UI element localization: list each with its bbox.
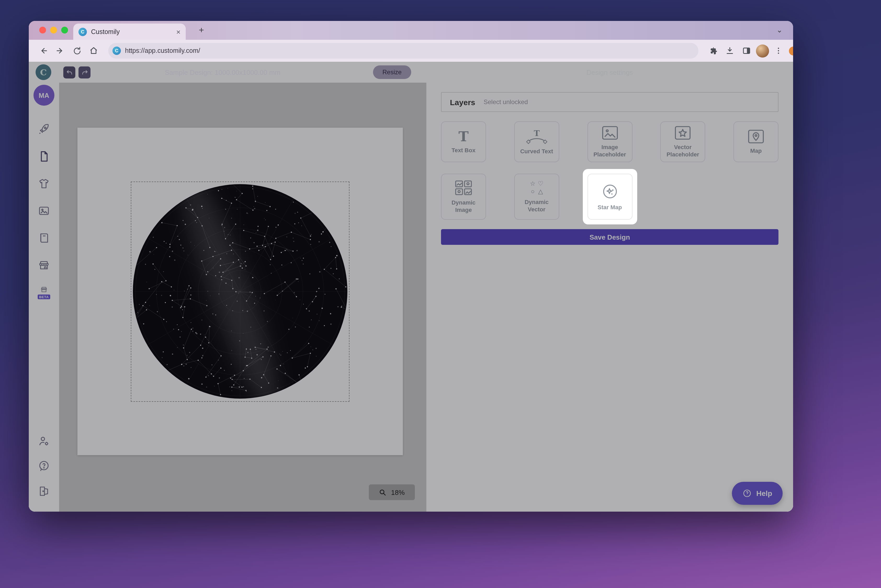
help-circle-icon [742, 489, 752, 498]
select-unlocked-hint: Select unlocked [484, 98, 528, 106]
help-button[interactable]: Help [732, 482, 783, 505]
curved-text-tool[interactable]: T Curved Text [514, 122, 559, 162]
redo-button[interactable] [78, 66, 90, 78]
magnifier-icon [379, 488, 387, 496]
launch-rocket-icon[interactable] [37, 122, 51, 136]
tool-label: Dynamic Image [444, 200, 483, 214]
layers-label: Layers [450, 98, 475, 106]
customily-app: C Sample Design: 1000.00x1000.00 mm Resi… [29, 62, 793, 512]
dynamic-vector-icon: ☆ ♡ ○ △ [529, 180, 544, 195]
dynamic-image-tool[interactable]: Dynamic Image [441, 174, 486, 220]
store-beta-icon[interactable]: BETA [37, 286, 51, 299]
zoom-level: 18% [391, 488, 405, 496]
forward-button[interactable] [53, 44, 68, 58]
tool-label: Curved Text [520, 148, 553, 155]
customily-favicon: C [78, 27, 87, 36]
reload-button[interactable] [70, 44, 84, 58]
heart-glyph: ♡ [537, 180, 544, 188]
mockups-image-icon[interactable] [37, 204, 51, 218]
circle-glyph: ○ [529, 188, 536, 195]
tool-label: Star Map [598, 204, 622, 211]
save-design-button[interactable]: Save Design [441, 229, 779, 245]
address-bar[interactable]: C https://app.customily.com/ [108, 43, 698, 58]
tool-label: Map [750, 147, 762, 154]
browser-menu-icon[interactable] [771, 44, 786, 58]
account-settings-icon[interactable] [37, 434, 51, 448]
zoom-control[interactable]: 18% [369, 484, 415, 500]
image-placeholder-icon [601, 126, 618, 140]
app-topbar: C Sample Design: 1000.00x1000.00 mm Resi… [29, 62, 793, 82]
tab-title: Customily [91, 28, 172, 35]
url-favicon: C [113, 46, 121, 55]
vector-placeholder-tool[interactable]: Vector Placeholder [660, 122, 705, 162]
sidebar-bottom [37, 434, 51, 498]
text-box-tool[interactable]: T Text Box [441, 122, 486, 162]
minimize-window-button[interactable] [50, 27, 57, 33]
app-body: MA [29, 82, 793, 512]
browser-toolbar: C https://app.customily.com/ [29, 40, 793, 62]
design-settings-panel: Layers Select unlocked T Text Box T [426, 82, 793, 512]
star-map-image[interactable] [133, 184, 347, 399]
app-sidebar: MA [29, 82, 59, 512]
map-tool[interactable]: Map [734, 122, 779, 162]
text-box-icon: T [459, 129, 469, 143]
image-placeholder-tool[interactable]: Image Placeholder [587, 122, 632, 162]
home-button[interactable] [86, 44, 101, 58]
catalog-book-icon[interactable] [37, 231, 51, 245]
desktop-background: C Customily × + ⌄ C https://app.cu [0, 0, 881, 588]
undo-button[interactable] [63, 66, 75, 78]
tool-label: Image Placeholder [590, 144, 630, 158]
artboard[interactable] [77, 128, 403, 455]
tab-search-chevron-icon[interactable]: ⌄ [773, 24, 786, 36]
star-map-tool[interactable]: Star Map [587, 174, 632, 220]
curved-text-icon: T [525, 128, 548, 144]
close-window-button[interactable] [39, 27, 46, 33]
url-text: https://app.customily.com/ [125, 47, 200, 54]
tool-label: Vector Placeholder [663, 144, 703, 158]
sidebar-nav: BETA [37, 122, 51, 299]
design-settings-title: Design settings [426, 62, 793, 82]
browser-window: C Customily × + ⌄ C https://app.cu [29, 21, 793, 512]
new-tab-button[interactable]: + [195, 24, 208, 37]
designs-pages-icon[interactable] [37, 150, 51, 163]
extensions-icon[interactable] [706, 44, 720, 58]
window-controls [39, 27, 68, 33]
tools-grid: T Text Box T [441, 122, 779, 220]
user-avatar[interactable]: MA [33, 85, 54, 106]
back-button[interactable] [36, 44, 51, 58]
browser-tab[interactable]: C Customily × [73, 24, 186, 40]
side-panel-icon[interactable] [739, 44, 754, 58]
star-map-icon [601, 182, 618, 200]
maximize-window-button[interactable] [61, 27, 68, 33]
tab-strip: C Customily × + ⌄ [29, 21, 793, 40]
dynamic-vector-tool[interactable]: ☆ ♡ ○ △ Dynamic Vector [514, 174, 559, 220]
customily-logo[interactable]: C [36, 64, 51, 80]
triangle-glyph: △ [537, 188, 544, 195]
resize-button[interactable]: Resize [373, 65, 411, 79]
downloads-icon[interactable] [722, 44, 737, 58]
store-icon[interactable] [37, 258, 51, 272]
products-shirt-icon[interactable] [37, 177, 51, 190]
tab-close-icon[interactable]: × [176, 28, 180, 35]
star-glyph: ☆ [529, 180, 536, 188]
map-pin-icon [747, 129, 764, 144]
help-label: Help [756, 489, 772, 498]
dynamic-image-icon [455, 180, 473, 196]
vector-placeholder-icon [675, 126, 691, 140]
star-map-layer[interactable] [133, 184, 347, 399]
beta-badge: BETA [38, 294, 51, 299]
logout-door-icon[interactable] [37, 484, 51, 498]
design-canvas[interactable]: 18% [59, 82, 426, 512]
design-title: Sample Design: 1000.00x1000.00 mm [165, 62, 281, 82]
star-map-spotlight: Star Map [582, 169, 637, 224]
tool-label: Dynamic Vector [517, 199, 557, 213]
layers-header[interactable]: Layers Select unlocked [441, 92, 779, 112]
svg-text:T: T [534, 128, 540, 138]
profile-avatar[interactable] [756, 44, 769, 57]
help-question-icon[interactable] [37, 459, 51, 473]
profile-ring-icon [789, 46, 793, 56]
tool-label: Text Box [452, 147, 475, 154]
